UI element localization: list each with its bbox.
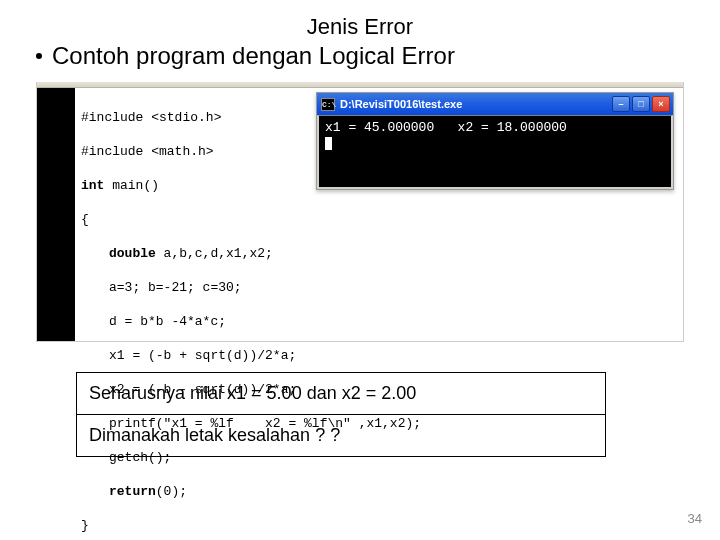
cmd-icon: C:\ bbox=[321, 98, 335, 111]
slide-title: Jenis Error bbox=[0, 14, 720, 40]
console-titlebar[interactable]: C:\ D:\RevisiT0016\test.exe – □ × bbox=[317, 93, 673, 115]
editor-toolbar bbox=[37, 82, 683, 88]
minimize-button[interactable]: – bbox=[612, 96, 630, 112]
slide-subtitle: Contoh program dengan Logical Error bbox=[36, 42, 720, 70]
editor-gutter bbox=[37, 88, 75, 341]
maximize-button[interactable]: □ bbox=[632, 96, 650, 112]
console-title: D:\RevisiT0016\test.exe bbox=[340, 98, 462, 110]
console-output: x1 = 45.000000 x2 = 18.000000 bbox=[317, 115, 673, 189]
subtitle-text: Contoh program dengan Logical Error bbox=[52, 42, 455, 69]
page-number: 34 bbox=[688, 511, 702, 526]
console-window: C:\ D:\RevisiT0016\test.exe – □ × x1 = 4… bbox=[316, 92, 674, 190]
bullet-icon bbox=[36, 53, 42, 59]
close-button[interactable]: × bbox=[652, 96, 670, 112]
cursor-icon bbox=[325, 137, 332, 150]
